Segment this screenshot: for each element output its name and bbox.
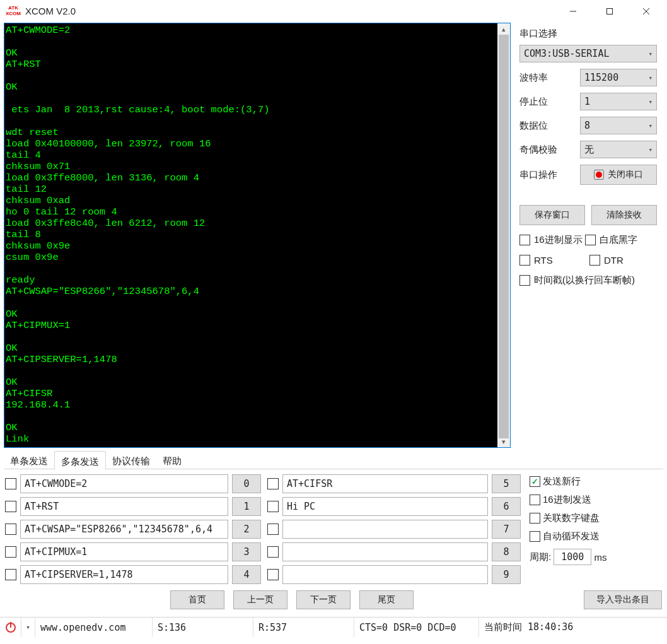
white-bg-checkbox[interactable] [585,235,596,245]
rts-label: RTS [534,255,588,266]
send-checkbox-1[interactable] [5,501,16,512]
stopbits-label: 停止位 [519,96,580,108]
send-button-1[interactable]: 1 [232,497,261,516]
rts-checkbox[interactable] [519,255,530,266]
status-dropdown[interactable]: ▾ [21,618,35,637]
first-page-button[interactable]: 首页 [170,590,224,609]
send-button-5[interactable]: 5 [492,474,521,493]
baud-combo[interactable]: 115200 [580,69,657,86]
numpad-checkbox[interactable] [530,513,540,524]
send-checkbox-5[interactable] [267,478,279,489]
svg-rect-1 [607,8,613,14]
send-input-2[interactable]: AT+CWSAP="ESP8266","12345678",6,4 [20,520,228,539]
scroll-up-icon[interactable]: ▴ [497,23,510,35]
send-input-0[interactable]: AT+CWMODE=2 [20,474,228,493]
dtr-checkbox[interactable] [589,255,600,266]
send-button-6[interactable]: 6 [492,497,521,516]
send-checkbox-0[interactable] [5,478,16,489]
tab-single-send[interactable]: 单条发送 [4,450,54,469]
send-input-6[interactable]: Hi PC [282,497,488,516]
send-input-9[interactable] [282,565,488,584]
send-checkbox-6[interactable] [267,501,279,512]
hex-send-checkbox[interactable] [530,495,540,505]
timestamp-checkbox[interactable] [519,275,530,286]
prev-page-button[interactable]: 上一页 [233,590,287,609]
send-checkbox-9[interactable] [267,569,279,580]
side-panel: 串口选择 COM3:USB-SERIAL 波特率 115200 停止位 1 数据… [511,23,663,448]
parity-combo[interactable]: 无 [580,141,657,158]
next-page-button[interactable]: 下一页 [296,590,351,609]
send-checkbox-3[interactable] [5,546,16,558]
import-export-button[interactable]: 导入导出条目 [584,590,662,609]
terminal-scrollbar[interactable]: ▴ ▾ [497,23,510,447]
send-checkbox-2[interactable] [5,524,16,535]
baud-label: 波特率 [519,72,580,84]
send-input-7[interactable] [282,520,488,539]
send-newline-label: 发送新行 [543,476,581,488]
period-unit: ms [594,552,607,563]
send-checkbox-7[interactable] [267,524,279,535]
scroll-thumb[interactable] [499,35,509,438]
send-input-8[interactable] [282,542,488,561]
send-button-4[interactable]: 4 [232,565,261,584]
send-input-5[interactable]: AT+CIFSR [282,474,488,493]
status-bar: ▾ www.openedv.com S:136 R:537 CTS=0 DSR=… [0,617,667,637]
send-button-7[interactable]: 7 [492,520,521,539]
period-label: 周期: [530,551,551,563]
send-checkbox-4[interactable] [5,569,16,580]
hex-display-label: 16进制显示 [534,234,583,246]
status-url[interactable]: www.openedv.com [35,618,153,637]
power-button[interactable] [0,618,21,637]
white-bg-label: 白底黑字 [600,234,637,246]
send-input-3[interactable]: AT+CIPMUX=1 [20,542,228,561]
hex-display-checkbox[interactable] [519,235,530,245]
status-recv: R:537 [253,618,354,637]
send-col-right: AT+CIFSR5 Hi PC6 7 8 9 [267,474,521,584]
status-sent: S:136 [153,618,253,637]
send-button-3[interactable]: 3 [232,542,261,561]
last-page-button[interactable]: 尾页 [359,590,414,609]
databits-label: 数据位 [519,120,580,132]
period-input[interactable]: 1000 [554,549,591,565]
auto-loop-label: 自动循环发送 [543,530,600,542]
port-select-label: 串口选择 [519,28,657,40]
window-title: XCOM V2.0 [25,6,76,16]
stopbits-combo[interactable]: 1 [580,93,657,110]
scroll-track[interactable] [497,35,510,436]
terminal-container: AT+CWMODE=2 OK AT+RST OK ets Jan 8 2013,… [4,23,511,448]
maximize-button[interactable] [591,0,628,23]
titlebar: ATK XCOM XCOM V2.0 [0,0,667,23]
timestamp-label: 时间戳(以换行回车断帧) [534,274,635,286]
tab-protocol[interactable]: 协议传输 [106,450,156,469]
send-checkbox-8[interactable] [267,546,279,558]
close-port-button[interactable]: 关闭串口 [580,165,657,185]
send-input-4[interactable]: AT+CIPSERVER=1,1478 [20,565,228,584]
send-input-1[interactable]: AT+RST [20,497,228,516]
port-combo[interactable]: COM3:USB-SERIAL [519,45,657,62]
send-button-2[interactable]: 2 [232,520,261,539]
minimize-button[interactable] [555,0,591,23]
save-window-button[interactable]: 保存窗口 [519,205,585,225]
record-icon [594,170,604,180]
parity-label: 奇偶校验 [519,144,580,156]
app-logo: ATK XCOM [5,5,21,18]
terminal-output[interactable]: AT+CWMODE=2 OK AT+RST OK ets Jan 8 2013,… [4,23,497,447]
status-time: 当前时间 18:40:36 [479,618,667,637]
databits-combo[interactable]: 8 [580,117,657,134]
tab-help[interactable]: 帮助 [156,450,188,469]
dtr-label: DTR [604,255,624,266]
hex-send-label: 16进制发送 [543,494,591,506]
auto-loop-checkbox[interactable] [530,531,540,542]
power-icon [6,623,16,633]
send-button-9[interactable]: 9 [492,565,521,584]
tabstrip: 单条发送 多条发送 协议传输 帮助 [4,450,663,469]
send-newline-checkbox[interactable]: ✓ [530,476,540,487]
send-options: ✓发送新行 16进制发送 关联数字键盘 自动循环发送 周期: 1000 ms [527,474,607,584]
clear-receive-button[interactable]: 清除接收 [591,205,657,225]
tab-multi-send[interactable]: 多条发送 [54,451,106,470]
send-col-left: AT+CWMODE=20 AT+RST1 AT+CWSAP="ESP8266",… [5,474,261,584]
send-button-0[interactable]: 0 [232,474,261,493]
close-button[interactable] [628,0,664,23]
send-button-8[interactable]: 8 [492,542,521,561]
serial-op-label: 串口操作 [519,169,580,181]
